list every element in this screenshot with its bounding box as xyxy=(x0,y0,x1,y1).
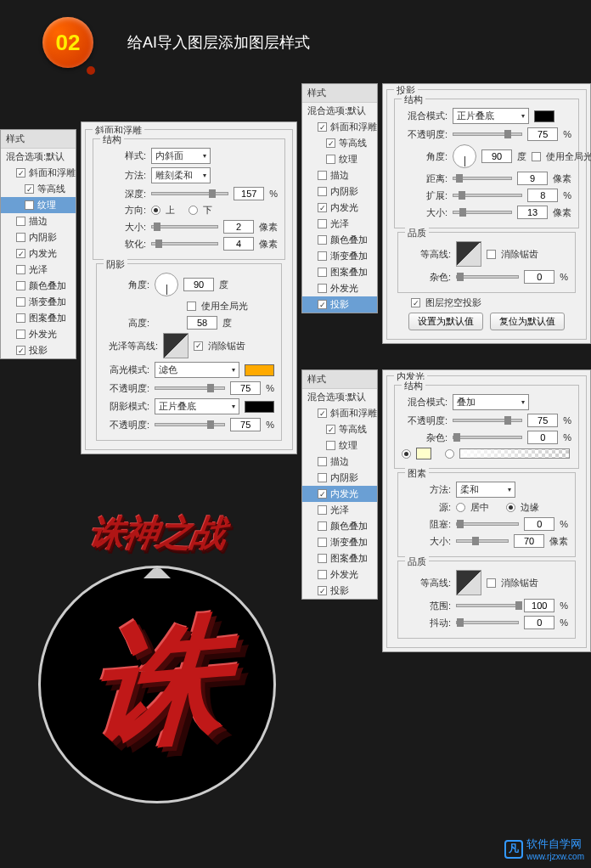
g-noise-slider[interactable] xyxy=(453,436,522,439)
effect-item[interactable]: 等高线 xyxy=(1,181,76,197)
effect-checkbox[interactable] xyxy=(318,219,327,228)
effect-checkbox[interactable] xyxy=(16,249,25,258)
blend-default[interactable]: 混合选项:默认 xyxy=(302,389,377,405)
effect-checkbox[interactable] xyxy=(318,521,327,531)
effect-checkbox[interactable] xyxy=(318,251,327,261)
g-center-radio[interactable] xyxy=(456,503,465,512)
s-angle-input[interactable] xyxy=(481,149,512,163)
s-op-input[interactable] xyxy=(527,127,558,141)
size-input[interactable] xyxy=(223,220,254,234)
dir-up-radio[interactable] xyxy=(151,206,160,215)
s-aa-chk[interactable] xyxy=(487,250,496,259)
effect-item[interactable]: 颜色叠加 xyxy=(1,278,76,294)
effect-checkbox[interactable] xyxy=(318,235,327,245)
antialias-check[interactable] xyxy=(194,341,203,351)
effect-item[interactable]: 渐变叠加 xyxy=(1,294,76,310)
blend-default[interactable]: 混合选项:默认 xyxy=(302,103,377,119)
effect-checkbox[interactable] xyxy=(318,554,327,563)
hlmode-select[interactable]: 滤色 xyxy=(155,362,239,378)
effect-checkbox[interactable] xyxy=(16,265,25,274)
effect-item[interactable]: 内发光 xyxy=(302,486,377,502)
effect-checkbox[interactable] xyxy=(16,281,25,290)
effect-checkbox[interactable] xyxy=(25,184,34,194)
hlop-slider[interactable] xyxy=(155,386,225,390)
style-select[interactable]: 内斜面 xyxy=(151,148,211,164)
s-noise-slider[interactable] xyxy=(456,275,519,279)
effect-checkbox[interactable] xyxy=(318,505,327,515)
effect-item[interactable]: 斜面和浮雕 xyxy=(302,405,377,421)
effect-item[interactable]: 颜色叠加 xyxy=(302,518,377,534)
global-check[interactable] xyxy=(187,302,196,311)
g-gradient[interactable] xyxy=(459,448,570,459)
effect-checkbox[interactable] xyxy=(326,155,335,164)
shop-input[interactable] xyxy=(230,418,261,431)
effect-checkbox[interactable] xyxy=(16,168,25,178)
effect-item[interactable]: 光泽 xyxy=(302,502,377,518)
effect-checkbox[interactable] xyxy=(318,473,327,482)
effect-item[interactable]: 内阴影 xyxy=(1,229,76,245)
effect-checkbox[interactable] xyxy=(326,441,335,450)
g-noise-input[interactable] xyxy=(527,431,558,444)
g-jitter-input[interactable] xyxy=(524,616,554,629)
effect-item[interactable]: 纹理 xyxy=(302,437,377,454)
hlop-input[interactable] xyxy=(230,381,261,395)
effect-item[interactable]: 描边 xyxy=(302,167,377,183)
effect-checkbox[interactable] xyxy=(318,538,327,547)
set-default-btn[interactable]: 设置为默认值 xyxy=(408,313,483,330)
g-op-slider[interactable] xyxy=(453,419,522,422)
effect-item[interactable]: 描边 xyxy=(1,213,76,229)
effect-item[interactable]: 投影 xyxy=(302,296,377,313)
blend-default[interactable]: 混合选项:默认 xyxy=(1,149,76,165)
g-range-slider[interactable] xyxy=(456,604,519,607)
g-range-input[interactable] xyxy=(524,599,554,612)
effect-checkbox[interactable] xyxy=(318,284,327,293)
effect-item[interactable]: 光泽 xyxy=(1,262,76,278)
soften-slider[interactable] xyxy=(151,242,218,245)
effect-item[interactable]: 投影 xyxy=(302,583,377,599)
effect-checkbox[interactable] xyxy=(318,570,327,579)
effect-item[interactable]: 斜面和浮雕 xyxy=(302,119,377,135)
s-blend-select[interactable]: 正片叠底 xyxy=(453,108,529,124)
size-slider[interactable] xyxy=(151,225,218,228)
effect-checkbox[interactable] xyxy=(16,297,25,307)
g-edge-radio[interactable] xyxy=(506,503,515,512)
s-dist-slider[interactable] xyxy=(453,177,512,180)
s-op-slider[interactable] xyxy=(453,132,522,136)
reset-btn[interactable]: 复位为默认值 xyxy=(490,313,565,330)
angle-input[interactable] xyxy=(183,278,214,291)
effect-item[interactable]: 渐变叠加 xyxy=(302,534,377,550)
effect-checkbox[interactable] xyxy=(16,313,25,323)
effect-checkbox[interactable] xyxy=(318,203,327,212)
effect-item[interactable]: 颜色叠加 xyxy=(302,232,377,248)
effect-item[interactable]: 等高线 xyxy=(302,135,377,151)
dir-down-radio[interactable] xyxy=(189,206,198,215)
s-spread-input[interactable] xyxy=(527,189,558,202)
g-size-slider[interactable] xyxy=(456,539,509,543)
effect-checkbox[interactable] xyxy=(318,122,327,132)
effect-item[interactable]: 斜面和浮雕 xyxy=(1,165,76,181)
effect-item[interactable]: 外发光 xyxy=(302,566,377,583)
effect-item[interactable]: 描边 xyxy=(302,454,377,470)
gloss-contour[interactable] xyxy=(163,333,189,358)
knockout-chk[interactable] xyxy=(411,298,420,307)
effect-item[interactable]: 纹理 xyxy=(1,197,76,213)
g-grad-radio[interactable] xyxy=(445,449,454,459)
g-contour[interactable] xyxy=(456,570,481,595)
g-choke-input[interactable] xyxy=(524,517,554,531)
effect-checkbox[interactable] xyxy=(16,217,25,226)
g-jitter-slider[interactable] xyxy=(456,621,519,624)
effect-checkbox[interactable] xyxy=(16,330,25,339)
shmode-select[interactable]: 正片叠底 xyxy=(155,398,239,414)
shop-slider[interactable] xyxy=(155,423,225,426)
effect-checkbox[interactable] xyxy=(326,425,335,434)
effect-item[interactable]: 外发光 xyxy=(1,326,76,342)
g-color[interactable] xyxy=(416,448,431,459)
effect-checkbox[interactable] xyxy=(25,200,34,210)
g-blend-select[interactable]: 叠加 xyxy=(453,394,529,410)
s-size-input[interactable] xyxy=(517,206,548,219)
s-color[interactable] xyxy=(534,110,554,122)
effect-item[interactable]: 内阴影 xyxy=(302,470,377,486)
angle-dial[interactable] xyxy=(155,273,178,296)
effect-item[interactable]: 内发光 xyxy=(302,200,377,216)
g-size-input[interactable] xyxy=(514,534,544,548)
